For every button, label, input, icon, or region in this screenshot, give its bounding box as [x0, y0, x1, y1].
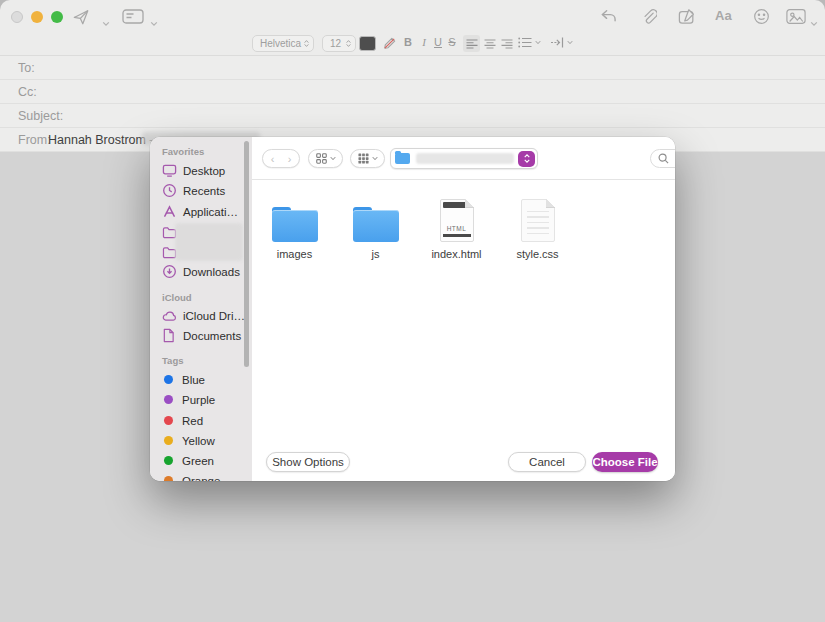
- folder-icon: [272, 207, 318, 242]
- font-family-select[interactable]: Helvetica: [252, 35, 314, 52]
- sidebar-tag-green[interactable]: Green: [150, 452, 252, 469]
- sidebar-tag-blue[interactable]: Blue: [150, 371, 252, 388]
- sidebar-item-icloud-drive[interactable]: iCloud Dri…: [150, 307, 252, 324]
- format-bar: Helvetica 12 B I U S: [0, 32, 825, 56]
- format-aa-icon[interactable]: Aa: [715, 8, 732, 23]
- indent-button[interactable]: [550, 37, 573, 48]
- sidebar-tag-yellow[interactable]: Yellow: [150, 432, 252, 449]
- reply-arrow-icon[interactable]: [600, 8, 617, 24]
- location-popup[interactable]: [390, 148, 538, 169]
- align-left-button[interactable]: [463, 35, 480, 52]
- dialog-toolbar: ‹ ›: [252, 137, 675, 180]
- sidebar-item-desktop[interactable]: Desktop: [150, 162, 252, 179]
- photo-browser-icon[interactable]: [786, 8, 806, 25]
- back-button[interactable]: ‹: [264, 153, 281, 165]
- show-options-button[interactable]: Show Options: [266, 452, 350, 472]
- sidebar-tag-red[interactable]: Red: [150, 412, 252, 429]
- list-style-button[interactable]: [518, 37, 541, 48]
- strikethrough-button[interactable]: S: [445, 36, 459, 48]
- window-toolbar: Aa: [0, 0, 825, 32]
- mail-compose-window: Aa Helvetica 12 B: [0, 0, 825, 622]
- sidebar-section-tags: Tags: [162, 355, 183, 366]
- font-size-select[interactable]: 12: [322, 35, 356, 52]
- tag-dot-red: [164, 416, 173, 425]
- cc-field[interactable]: Cc:: [0, 80, 825, 104]
- font-size-value: 12: [330, 38, 341, 49]
- sidebar-item-recents[interactable]: Recents: [150, 182, 252, 199]
- file-item-style-css[interactable]: style.css: [497, 192, 578, 260]
- markup-icon[interactable]: [678, 8, 696, 25]
- subject-label: Subject:: [18, 109, 63, 123]
- dialog-main: ‹ ›: [252, 137, 675, 481]
- cc-label: Cc:: [18, 85, 37, 99]
- subject-field[interactable]: Subject:: [0, 104, 825, 128]
- css-file-icon: [521, 199, 555, 242]
- sidebar-item-downloads[interactable]: Downloads: [150, 263, 252, 280]
- to-label: To:: [18, 61, 35, 75]
- search-icon: [658, 153, 669, 164]
- send-chevron-icon[interactable]: [102, 13, 110, 31]
- tag-dot-orange: [164, 476, 173, 481]
- html-file-icon: HTML: [440, 199, 474, 242]
- sidebar-item-documents[interactable]: Documents: [150, 327, 252, 344]
- popup-stepper-icon: [518, 151, 535, 167]
- view-group-button[interactable]: [350, 149, 385, 168]
- from-value: Hannah Brostrom –: [48, 133, 156, 147]
- bold-button[interactable]: B: [401, 36, 415, 48]
- font-family-value: Helvetica: [260, 38, 301, 49]
- select-stepper-icon: [346, 40, 351, 47]
- file-item-index-html[interactable]: HTML index.html: [416, 192, 497, 260]
- folder-icon: [353, 207, 399, 242]
- highlight-pen-icon[interactable]: [382, 36, 397, 55]
- attach-paperclip-icon[interactable]: [640, 8, 657, 25]
- tag-dot-purple: [164, 395, 173, 404]
- choose-file-button[interactable]: Choose File: [592, 452, 658, 472]
- text-color-swatch[interactable]: [359, 36, 376, 51]
- file-chooser-dialog: Favorites Desktop Recents Applicati…: [150, 137, 675, 481]
- traffic-zoom-button[interactable]: [51, 11, 63, 23]
- forward-button[interactable]: ›: [281, 153, 298, 165]
- select-stepper-icon: [304, 40, 309, 47]
- send-icon[interactable]: [72, 8, 90, 26]
- downloads-icon: [162, 264, 177, 279]
- sidebar-section-icloud: iCloud: [162, 292, 192, 303]
- file-item-images[interactable]: images: [254, 192, 335, 260]
- sidebar-item-applications[interactable]: Applicati…: [150, 203, 252, 220]
- traffic-close-button[interactable]: [11, 11, 23, 23]
- cloud-icon: [162, 310, 177, 322]
- document-icon: [162, 328, 177, 343]
- underline-button[interactable]: U: [431, 36, 445, 48]
- view-icons-button[interactable]: [308, 149, 343, 168]
- photo-browser-chevron-icon[interactable]: [810, 13, 818, 31]
- align-right-button[interactable]: [498, 35, 515, 52]
- sidebar-tag-purple[interactable]: Purple: [150, 391, 252, 408]
- tag-dot-green: [164, 456, 173, 465]
- tag-dot-yellow: [164, 436, 173, 445]
- location-redacted-name: [416, 153, 514, 164]
- dialog-sidebar: Favorites Desktop Recents Applicati…: [150, 137, 252, 481]
- sidebar-tag-orange[interactable]: Orange: [150, 472, 252, 481]
- tag-dot-blue: [164, 375, 173, 384]
- sidebar-redacted-labels: [175, 223, 243, 261]
- italic-button[interactable]: I: [417, 36, 431, 48]
- sidebar-section-favorites: Favorites: [162, 146, 204, 157]
- file-item-js[interactable]: js: [335, 192, 416, 260]
- align-center-button[interactable]: [481, 35, 498, 52]
- from-label: From:: [18, 133, 51, 147]
- emoji-icon[interactable]: [753, 8, 770, 25]
- file-grid: images js HTML index.html: [254, 192, 578, 260]
- header-fields-icon[interactable]: [122, 9, 144, 24]
- clock-icon: [162, 183, 177, 198]
- folder-icon: [395, 153, 410, 164]
- search-input[interactable]: [673, 152, 675, 166]
- desktop-icon: [162, 163, 177, 178]
- applications-icon: [162, 204, 177, 219]
- traffic-minimize-button[interactable]: [31, 11, 43, 23]
- search-field[interactable]: [650, 149, 675, 168]
- nav-back-forward: ‹ ›: [262, 149, 300, 168]
- sidebar-scrollbar[interactable]: [244, 141, 249, 367]
- cancel-button[interactable]: Cancel: [508, 452, 586, 472]
- header-fields-chevron-icon[interactable]: [150, 13, 158, 31]
- to-field[interactable]: To:: [0, 56, 825, 80]
